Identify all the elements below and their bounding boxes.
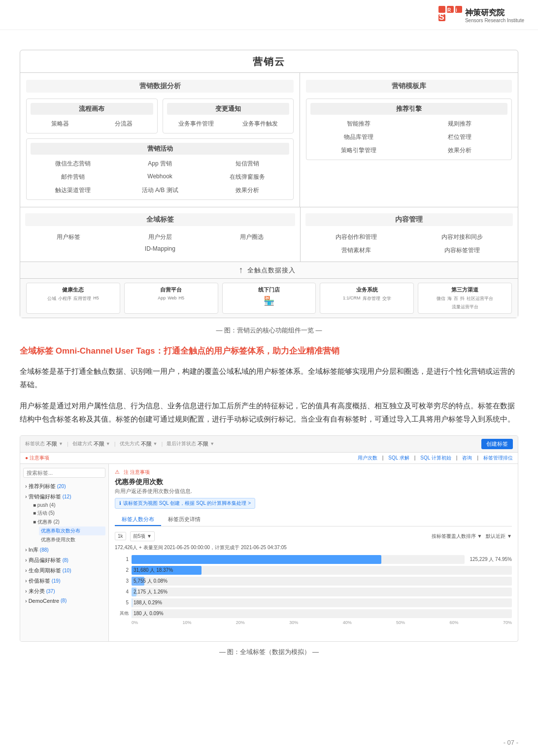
chevron-down-icon: ▼ bbox=[59, 441, 63, 446]
tag-tabs: 标签人数分布 标签历史详情 bbox=[115, 514, 512, 526]
default-dropdown[interactable]: 默认近距 ▼ bbox=[486, 533, 512, 540]
touchpoints-row: 健康生态 公域 小程序 应用管理 H5 自营平台 App Web H5 bbox=[20, 278, 518, 318]
content-header: ⚠ 注 注意事项 bbox=[115, 469, 512, 476]
warning-text: 注 注意事项 bbox=[124, 469, 150, 476]
marketing-cloud-diagram: 营销云 营销数据分析 流程画布 策略器 分流器 变更通知 bbox=[20, 50, 518, 318]
diagram-title: 营销云 bbox=[253, 56, 285, 67]
flow-item-1: 策略器 bbox=[31, 119, 89, 129]
warning-notice: ● 注意事项 bbox=[25, 455, 49, 461]
sql-notice[interactable]: ℹ 该标签页为视图 SQL 创建，根据 SQL 的计算脚本集处理 > bbox=[115, 498, 255, 509]
section-heading: 全域标签 Omni-Channel User Tags：打通全触点的用户标签体系… bbox=[20, 345, 518, 358]
marketing-analysis-section: 营销数据分析 流程画布 策略器 分流器 变更通知 业务事件管理 bbox=[20, 73, 300, 207]
touchpoint-health: 健康生态 公域 小程序 应用管理 H5 bbox=[26, 283, 120, 314]
body-text-2: 用户标签是通过对用户属性信息、行为信息、业务信息进行加工后所产生的特征标记，它的… bbox=[20, 399, 518, 426]
tag-ui: 标签状态 不限 ▼ | 创建方式 不限 ▼ | 优先方式 不限 ▼ | 最后计算… bbox=[20, 435, 518, 642]
create-tag-button[interactable]: 创建标签 bbox=[481, 439, 513, 449]
sort-dropdown[interactable]: 按标签覆盖人数排序 ▼ bbox=[432, 533, 482, 540]
chart-controls: 1k 前5项 ▼ 按标签覆盖人数排序 ▼ 默认近距 ▼ bbox=[115, 531, 512, 541]
tag-ui-body: › 推荐列标签 (20) › 营销偏好标签 (12) ■ push (4) ■ … bbox=[20, 464, 518, 641]
tab-history[interactable]: 标签历史详情 bbox=[161, 514, 207, 526]
marketing-activity-title: 营销活动 bbox=[31, 143, 289, 155]
link-sql-calc[interactable]: SQL 计算初始 bbox=[420, 455, 451, 461]
tag-content: ⚠ 注 注意事项 优惠券使用次数 向用户返还券使用次数分值信息. ℹ 该标签页为… bbox=[109, 464, 518, 641]
filter-calc-status[interactable]: 最后计算状态 不限 ▼ bbox=[167, 440, 214, 448]
arrow-up-icon: ↑ bbox=[239, 265, 243, 275]
chevron-down-icon-3: ▼ bbox=[153, 441, 158, 446]
link-tag-sort[interactable]: 标签管理排位 bbox=[483, 455, 513, 461]
chevron-right-icon-5: › bbox=[25, 578, 27, 584]
group-value[interactable]: › 价值标签 (19) bbox=[23, 576, 105, 586]
chevron-right-icon-7: › bbox=[25, 598, 27, 604]
bar-fill-5 bbox=[132, 598, 133, 607]
sub-push[interactable]: ■ push (4) bbox=[31, 501, 105, 509]
diagram-second-row: 全域标签 用户标签 用户分层 用户圈选 ID-Mapping 内容管理 bbox=[20, 207, 518, 262]
group-democentre[interactable]: › DemoCentre (8) bbox=[23, 597, 105, 605]
view-1k[interactable]: 1k bbox=[115, 532, 126, 540]
bar-row-5: 5 188人 0.29% bbox=[115, 598, 512, 607]
tag-sidebar: › 推荐列标签 (20) › 营销偏好标签 (12) ■ push (4) ■ … bbox=[20, 464, 109, 641]
content-mgmt-section: 内容管理 内容创作和管理 内容对接和同步 营销素材库 内容标签管理 bbox=[300, 207, 518, 262]
chevron-right-icon-2: › bbox=[25, 547, 27, 553]
tab-distribution[interactable]: 标签人数分布 bbox=[115, 514, 161, 526]
filter-tag-status[interactable]: 标签状态 不限 ▼ bbox=[25, 440, 63, 448]
link-sql-solve[interactable]: SQL 求解 bbox=[388, 455, 409, 461]
coupon-subtitle: 向用户返还券使用次数分值信息. bbox=[115, 488, 512, 495]
bar-chart: 1 125,229 人 74.95% 2 31,680 人 18.37% bbox=[115, 555, 512, 625]
right-section-title: 营销模板库 bbox=[306, 80, 512, 93]
caption2: — 图：全域标签（数据为模拟） — bbox=[20, 648, 518, 657]
logo-en: Sensors Research Institute bbox=[465, 18, 524, 24]
flow-items: 策略器 分流器 bbox=[31, 119, 153, 129]
group-lifecycle[interactable]: › 生命周期标签 (10) bbox=[23, 566, 105, 575]
chevron-right-icon-6: › bbox=[25, 588, 27, 594]
tag-toolbar: 标签状态 不限 ▼ | 创建方式 不限 ▼ | 优先方式 不限 ▼ | 最后计算… bbox=[20, 436, 518, 453]
svg-rect-0 bbox=[438, 6, 445, 13]
sub-toolbar: ● 注意事项 用户次数 | SQL 求解 | SQL 计算初始 | 咨询 | 标… bbox=[20, 453, 518, 464]
link-user-times[interactable]: 用户次数 bbox=[358, 455, 377, 461]
sub-activity[interactable]: ■ 活动 (5) bbox=[31, 509, 105, 518]
change-notice-title: 变更通知 bbox=[167, 103, 290, 115]
filter-create-method[interactable]: 创建方式 不限 ▼ bbox=[72, 440, 110, 448]
marketing-template-section: 营销模板库 推荐引擎 智能推荐 规则推荐 物品库管理 栏位管理 策略引擎管理 效… bbox=[300, 73, 518, 207]
change-item-2: 业务事件触发 bbox=[231, 119, 289, 129]
flow-item-2: 分流器 bbox=[94, 119, 153, 129]
sub-coupon[interactable]: ■ 优惠券 (2) bbox=[31, 518, 105, 526]
group-recommended[interactable]: › 推荐列标签 (20) bbox=[23, 482, 105, 491]
global-tags-section: 全域标签 用户标签 用户分层 用户圈选 ID-Mapping bbox=[20, 207, 300, 262]
filter-priority[interactable]: 优先方式 不限 ▼ bbox=[120, 440, 158, 448]
bar-row-other: 其他 180 人 0.09% bbox=[115, 609, 512, 618]
bar-row-3: 3 5,755 人 0.08% bbox=[115, 577, 512, 586]
bar-label-1: 125,229 人 74.95% bbox=[470, 556, 512, 563]
bar-fill-1 bbox=[132, 555, 381, 564]
link-consult[interactable]: 咨询 bbox=[462, 455, 472, 461]
sri-logo-icon: S R i bbox=[438, 6, 462, 26]
logo-cn: 神策研究院 bbox=[465, 8, 524, 17]
total-text: 172,426人 + 表量至间 2021-06-25 00:00:00，计算完成… bbox=[115, 544, 512, 551]
recommendation-title: 推荐引擎 bbox=[310, 103, 507, 115]
warning-icon: ⚠ bbox=[115, 469, 120, 475]
group-product-pref[interactable]: › 商品偏好标签 (8) bbox=[23, 556, 105, 565]
bar-row-4: 4 2,175 人 1.26% bbox=[115, 588, 512, 596]
arrow-label: 全触点数据接入 bbox=[247, 266, 296, 275]
chevron-down-icon-4: ▼ bbox=[210, 441, 214, 446]
flow-section-title: 流程画布 bbox=[31, 103, 153, 115]
group-marketing-pref[interactable]: › 营销偏好标签 (12) ■ push (4) ■ 活动 (5) ■ 优惠券 … bbox=[23, 492, 105, 544]
touchpoint-biz-system: 业务系统 1:1/CRM 库存管理 交学 bbox=[320, 283, 414, 314]
chevron-down-icon-5: › bbox=[25, 493, 27, 499]
sub-coupon-use[interactable]: 优惠券使用次数 bbox=[39, 535, 105, 544]
caption1: — 图：营销云的核心功能组件一览 — bbox=[20, 326, 518, 335]
touchpoint-offline: 线下门店 🏪 bbox=[222, 283, 316, 314]
coupon-title: 优惠券使用次数 bbox=[115, 478, 512, 487]
group-in-library[interactable]: › In库 (88) bbox=[23, 545, 105, 555]
sub-coupon-dist[interactable]: 优惠券取次数分布 bbox=[39, 526, 105, 535]
activity-items: 微信生态营销 App 营销 短信营销 邮件营销 Webhook 在线弹窗服务 触… bbox=[31, 159, 289, 196]
page-number: - 07 - bbox=[504, 739, 518, 746]
bar-row-2: 2 31,680 人 18.37% bbox=[115, 566, 512, 575]
svg-text:S: S bbox=[439, 13, 444, 21]
chevron-right-icon-4: › bbox=[25, 567, 27, 573]
chevron-down-icon-2: ▼ bbox=[106, 441, 110, 446]
top5-dropdown[interactable]: 前5项 ▼ bbox=[130, 531, 155, 541]
logo: S R i 神策研究院 Sensors Research Institute bbox=[438, 6, 524, 26]
group-unclassified[interactable]: › 来分类 (37) bbox=[23, 587, 105, 596]
global-tags-title: 全域标签 bbox=[25, 213, 295, 226]
search-input[interactable] bbox=[23, 468, 105, 478]
